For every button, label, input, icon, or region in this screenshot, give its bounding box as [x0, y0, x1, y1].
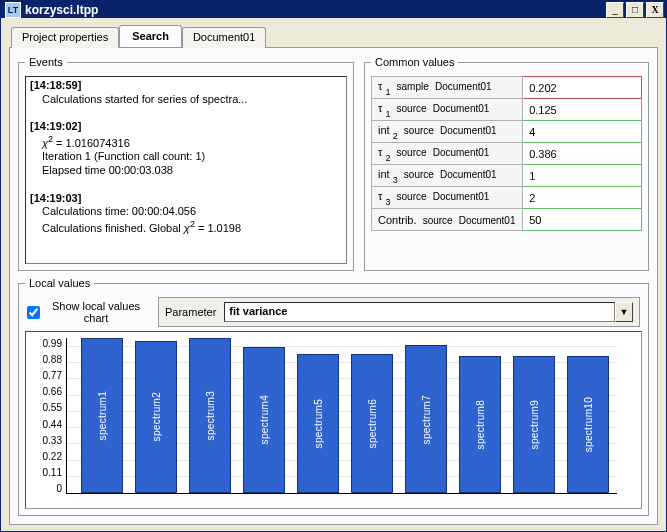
client-area: Project propertiesSearchDocument01 Event…	[1, 18, 666, 531]
event-timestamp: [14:18:59]	[30, 79, 342, 93]
chart-plot: spectrum1spectrum2spectrum3spectrum4spec…	[66, 338, 617, 494]
y-tick: 0.44	[43, 419, 62, 430]
param-value-cell[interactable]: 0.202	[523, 77, 642, 99]
chart-bar[interactable]: spectrum2	[135, 341, 177, 493]
table-row: τ 1 sample Document010.202	[372, 77, 642, 99]
bar-label: spectrum10	[583, 397, 594, 452]
param-value-cell[interactable]: 2	[523, 187, 642, 209]
bar-label: spectrum7	[421, 395, 432, 444]
chart-bar[interactable]: spectrum8	[459, 356, 501, 493]
common-values-group: Common values τ 1 sample Document010.202…	[364, 56, 649, 271]
bar-label: spectrum8	[475, 400, 486, 449]
event-line: Calculations time: 00:00:04.056	[30, 205, 342, 219]
y-tick: 0.11	[43, 467, 62, 478]
y-tick: 0.55	[43, 402, 62, 413]
param-value-cell[interactable]: 0.125	[523, 99, 642, 121]
y-tick: 0.33	[43, 435, 62, 446]
chart-y-axis: 0.990.880.770.660.550.440.330.220.110	[32, 338, 66, 494]
minimize-button[interactable]: _	[606, 2, 624, 18]
bar-label: spectrum3	[205, 391, 216, 440]
param-value-cell[interactable]: 1	[523, 165, 642, 187]
parameter-label: Parameter	[165, 306, 216, 318]
tab-bar: Project propertiesSearchDocument01	[11, 27, 658, 48]
tab-project[interactable]: Project properties	[11, 27, 119, 48]
y-tick: 0.22	[43, 451, 62, 462]
bar-label: spectrum1	[97, 391, 108, 440]
bar-label: spectrum6	[367, 399, 378, 448]
tab-doc01[interactable]: Document01	[182, 27, 266, 48]
param-name-cell: τ 1 source Document01	[372, 99, 523, 121]
y-tick: 0.88	[43, 354, 62, 365]
table-row: int 2 source Document014	[372, 121, 642, 143]
event-line: Elapsed time 00:00:03.038	[30, 164, 342, 178]
maximize-button[interactable]: □	[626, 2, 644, 18]
event-timestamp: [14:19:02]	[30, 120, 342, 134]
table-row: τ 2 source Document010.386	[372, 143, 642, 165]
tab-search[interactable]: Search	[119, 25, 182, 47]
chart-bar[interactable]: spectrum5	[297, 354, 339, 493]
y-tick: 0	[56, 483, 62, 494]
chart-bar[interactable]: spectrum1	[81, 338, 123, 493]
local-values-legend: Local values	[25, 277, 94, 289]
events-log[interactable]: [14:18:59]Calculations started for serie…	[25, 76, 347, 264]
bar-label: spectrum2	[151, 392, 162, 441]
tab-page-search: Events [14:18:59]Calculations started fo…	[9, 47, 658, 525]
param-name-cell: int 3 source Document01	[372, 165, 523, 187]
events-legend: Events	[25, 56, 67, 68]
y-tick: 0.99	[43, 338, 62, 349]
param-name-cell: τ 1 sample Document01	[372, 77, 523, 99]
window-controls: _ □ X	[606, 2, 666, 18]
titlebar[interactable]: LT korzysci.ltpp _ □ X	[1, 1, 666, 18]
show-chart-checkbox[interactable]	[27, 306, 40, 319]
show-chart-label: Show local values chart	[46, 300, 146, 324]
table-row: τ 3 source Document012	[372, 187, 642, 209]
bar-label: spectrum9	[529, 400, 540, 449]
events-group: Events [14:18:59]Calculations started fo…	[18, 56, 354, 271]
chart-bar[interactable]: spectrum7	[405, 345, 447, 493]
chart-frame: 0.990.880.770.660.550.440.330.220.110 sp…	[25, 331, 642, 509]
table-row: τ 1 source Document010.125	[372, 99, 642, 121]
table-row: Contrib. source Document0150	[372, 209, 642, 231]
show-chart-checkbox-wrap[interactable]: Show local values chart	[27, 300, 146, 324]
window-title: korzysci.ltpp	[25, 3, 606, 17]
parameter-panel: Parameter fit variance ▼	[158, 297, 640, 327]
param-value-cell[interactable]: 0.386	[523, 143, 642, 165]
chart-bar[interactable]: spectrum3	[189, 338, 231, 493]
parameter-value[interactable]: fit variance	[224, 302, 615, 322]
event-line: Calculations started for series of spect…	[30, 93, 342, 107]
y-tick: 0.77	[43, 370, 62, 381]
chevron-down-icon[interactable]: ▼	[615, 302, 633, 322]
app-window: LT korzysci.ltpp _ □ X Project propertie…	[0, 0, 667, 532]
param-name-cell: τ 3 source Document01	[372, 187, 523, 209]
param-name-cell: int 2 source Document01	[372, 121, 523, 143]
chart-bars: spectrum1spectrum2spectrum3spectrum4spec…	[67, 338, 617, 493]
param-value-cell[interactable]: 4	[523, 121, 642, 143]
param-name-cell: τ 2 source Document01	[372, 143, 523, 165]
event-line: χ2 = 1.016074316	[30, 134, 342, 150]
parameter-combo[interactable]: fit variance ▼	[224, 302, 633, 322]
common-values-table: τ 1 sample Document010.202τ 1 source Doc…	[371, 76, 642, 231]
param-value-cell[interactable]: 50	[523, 209, 642, 231]
chart-bar[interactable]: spectrum6	[351, 354, 393, 493]
chart-bar[interactable]: spectrum9	[513, 356, 555, 493]
bar-label: spectrum5	[313, 399, 324, 448]
local-top-row: Show local values chart Parameter fit va…	[25, 297, 642, 331]
bar-label: spectrum4	[259, 395, 270, 444]
chart-bar[interactable]: spectrum4	[243, 347, 285, 493]
chart-bar[interactable]: spectrum10	[567, 356, 609, 493]
app-icon: LT	[5, 2, 21, 18]
top-row: Events [14:18:59]Calculations started fo…	[18, 56, 649, 271]
event-line: Calculations finished. Global χ2 = 1.019…	[30, 219, 342, 235]
y-tick: 0.66	[43, 386, 62, 397]
event-line: Iteration 1 (Function call count: 1)	[30, 150, 342, 164]
param-name-cell: Contrib. source Document01	[372, 209, 523, 231]
table-row: int 3 source Document011	[372, 165, 642, 187]
common-values-legend: Common values	[371, 56, 458, 68]
close-button[interactable]: X	[646, 2, 664, 18]
local-values-group: Local values Show local values chart Par…	[18, 277, 649, 516]
event-timestamp: [14:19:03]	[30, 192, 342, 206]
